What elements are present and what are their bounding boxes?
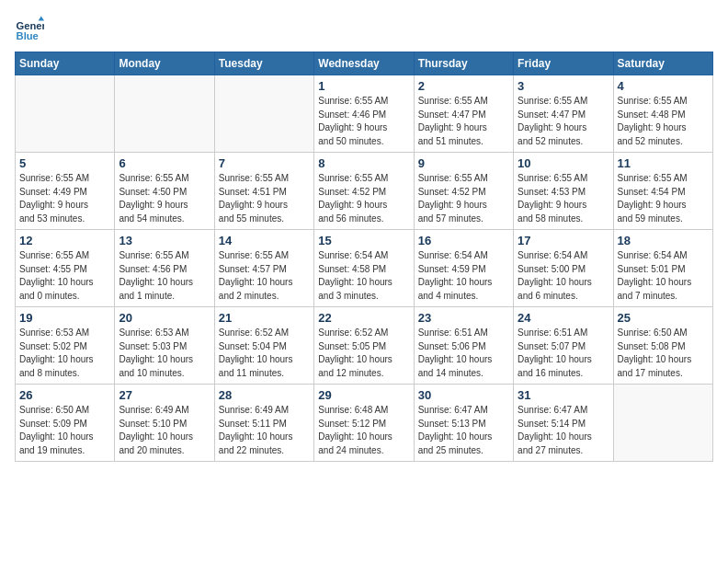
day-info: Sunrise: 6:55 AM Sunset: 4:55 PM Dayligh… [19,249,110,303]
calendar-day-cell [115,75,214,153]
calendar-day-cell: 7Sunrise: 6:55 AM Sunset: 4:51 PM Daylig… [214,153,313,230]
calendar-day-cell: 1Sunrise: 6:55 AM Sunset: 4:46 PM Daylig… [314,75,414,153]
calendar-day-cell: 5Sunrise: 6:55 AM Sunset: 4:49 PM Daylig… [16,153,115,230]
calendar-week-row: 1Sunrise: 6:55 AM Sunset: 4:46 PM Daylig… [16,75,713,153]
day-number: 24 [518,311,609,325]
calendar-day-cell: 6Sunrise: 6:55 AM Sunset: 4:50 PM Daylig… [115,153,214,230]
calendar-day-cell: 31Sunrise: 6:47 AM Sunset: 5:14 PM Dayli… [514,385,613,462]
calendar-week-row: 26Sunrise: 6:50 AM Sunset: 5:09 PM Dayli… [16,385,713,462]
day-number: 22 [318,311,409,325]
day-info: Sunrise: 6:55 AM Sunset: 4:46 PM Dayligh… [318,95,409,148]
calendar-day-cell: 19Sunrise: 6:53 AM Sunset: 5:02 PM Dayli… [16,307,115,385]
calendar-day-cell: 29Sunrise: 6:48 AM Sunset: 5:12 PM Dayli… [314,385,414,462]
day-number: 18 [618,234,709,247]
day-number: 2 [418,79,509,93]
day-info: Sunrise: 6:53 AM Sunset: 5:02 PM Dayligh… [19,327,110,380]
day-of-week-header: Monday [115,52,214,75]
calendar-day-cell [613,385,712,462]
calendar-day-cell: 25Sunrise: 6:50 AM Sunset: 5:08 PM Dayli… [613,307,712,385]
day-info: Sunrise: 6:55 AM Sunset: 4:48 PM Dayligh… [618,95,709,148]
day-number: 25 [618,311,709,325]
day-number: 4 [618,79,709,93]
calendar-day-cell: 2Sunrise: 6:55 AM Sunset: 4:47 PM Daylig… [414,75,513,153]
calendar-day-cell: 21Sunrise: 6:52 AM Sunset: 5:04 PM Dayli… [214,307,313,385]
calendar-day-cell: 13Sunrise: 6:55 AM Sunset: 4:56 PM Dayli… [115,230,214,307]
svg-text:Blue: Blue [17,30,39,41]
calendar-day-cell [214,75,313,153]
calendar-day-cell: 14Sunrise: 6:55 AM Sunset: 4:57 PM Dayli… [214,230,313,307]
day-number: 17 [518,234,609,247]
day-info: Sunrise: 6:55 AM Sunset: 4:52 PM Dayligh… [418,172,509,225]
day-number: 30 [418,388,509,402]
day-info: Sunrise: 6:47 AM Sunset: 5:13 PM Dayligh… [418,404,509,457]
day-number: 27 [119,388,210,402]
day-info: Sunrise: 6:55 AM Sunset: 4:57 PM Dayligh… [219,249,310,303]
calendar-day-cell: 10Sunrise: 6:55 AM Sunset: 4:53 PM Dayli… [514,153,613,230]
day-info: Sunrise: 6:52 AM Sunset: 5:04 PM Dayligh… [219,327,310,380]
calendar-day-cell: 12Sunrise: 6:55 AM Sunset: 4:55 PM Dayli… [16,230,115,307]
calendar-day-cell: 4Sunrise: 6:55 AM Sunset: 4:48 PM Daylig… [613,75,712,153]
day-number: 7 [219,156,310,170]
calendar-day-cell: 11Sunrise: 6:55 AM Sunset: 4:54 PM Dayli… [613,153,712,230]
day-info: Sunrise: 6:52 AM Sunset: 5:05 PM Dayligh… [318,327,409,380]
calendar-day-cell: 28Sunrise: 6:49 AM Sunset: 5:11 PM Dayli… [214,385,313,462]
day-info: Sunrise: 6:51 AM Sunset: 5:07 PM Dayligh… [518,327,609,380]
day-number: 26 [19,388,110,402]
calendar-week-row: 12Sunrise: 6:55 AM Sunset: 4:55 PM Dayli… [16,230,713,307]
svg-marker-2 [39,17,44,21]
day-number: 11 [618,156,709,170]
day-number: 29 [318,388,409,402]
calendar-week-row: 19Sunrise: 6:53 AM Sunset: 5:02 PM Dayli… [16,307,713,385]
calendar-day-cell: 9Sunrise: 6:55 AM Sunset: 4:52 PM Daylig… [414,153,513,230]
day-number: 31 [518,388,609,402]
day-number: 19 [19,311,110,325]
day-info: Sunrise: 6:55 AM Sunset: 4:54 PM Dayligh… [618,172,709,225]
day-number: 10 [518,156,609,170]
day-number: 16 [418,234,509,247]
day-info: Sunrise: 6:55 AM Sunset: 4:56 PM Dayligh… [119,249,210,303]
day-info: Sunrise: 6:55 AM Sunset: 4:47 PM Dayligh… [518,95,609,148]
day-number: 23 [418,311,509,325]
day-number: 5 [19,156,110,170]
day-number: 21 [219,311,310,325]
day-info: Sunrise: 6:53 AM Sunset: 5:03 PM Dayligh… [119,327,210,380]
day-number: 13 [119,234,210,247]
day-info: Sunrise: 6:55 AM Sunset: 4:47 PM Dayligh… [418,95,509,148]
day-info: Sunrise: 6:54 AM Sunset: 5:01 PM Dayligh… [618,249,709,303]
day-info: Sunrise: 6:50 AM Sunset: 5:08 PM Dayligh… [618,327,709,380]
calendar-day-cell: 24Sunrise: 6:51 AM Sunset: 5:07 PM Dayli… [514,307,613,385]
calendar-day-cell: 8Sunrise: 6:55 AM Sunset: 4:52 PM Daylig… [314,153,414,230]
calendar-day-cell: 18Sunrise: 6:54 AM Sunset: 5:01 PM Dayli… [613,230,712,307]
calendar-day-cell: 3Sunrise: 6:55 AM Sunset: 4:47 PM Daylig… [514,75,613,153]
day-of-week-header: Wednesday [314,52,414,75]
calendar-day-cell: 23Sunrise: 6:51 AM Sunset: 5:06 PM Dayli… [414,307,513,385]
calendar-day-cell: 15Sunrise: 6:54 AM Sunset: 4:58 PM Dayli… [314,230,414,307]
day-info: Sunrise: 6:55 AM Sunset: 4:50 PM Dayligh… [119,172,210,225]
day-number: 14 [219,234,310,247]
day-info: Sunrise: 6:54 AM Sunset: 4:59 PM Dayligh… [418,249,509,303]
calendar-day-cell: 26Sunrise: 6:50 AM Sunset: 5:09 PM Dayli… [16,385,115,462]
day-info: Sunrise: 6:48 AM Sunset: 5:12 PM Dayligh… [318,404,409,457]
day-info: Sunrise: 6:49 AM Sunset: 5:10 PM Dayligh… [119,404,210,457]
day-number: 6 [119,156,210,170]
day-number: 9 [418,156,509,170]
calendar-day-cell: 22Sunrise: 6:52 AM Sunset: 5:05 PM Dayli… [314,307,414,385]
day-info: Sunrise: 6:55 AM Sunset: 4:52 PM Dayligh… [318,172,409,225]
day-info: Sunrise: 6:55 AM Sunset: 4:51 PM Dayligh… [219,172,310,225]
calendar-week-row: 5Sunrise: 6:55 AM Sunset: 4:49 PM Daylig… [16,153,713,230]
day-number: 15 [318,234,409,247]
calendar-table: SundayMondayTuesdayWednesdayThursdayFrid… [15,52,713,462]
day-info: Sunrise: 6:55 AM Sunset: 4:53 PM Dayligh… [518,172,609,225]
calendar-header-row: SundayMondayTuesdayWednesdayThursdayFrid… [16,52,713,75]
calendar-day-cell: 20Sunrise: 6:53 AM Sunset: 5:03 PM Dayli… [115,307,214,385]
day-of-week-header: Thursday [414,52,513,75]
day-info: Sunrise: 6:47 AM Sunset: 5:14 PM Dayligh… [518,404,609,457]
day-of-week-header: Friday [514,52,613,75]
day-number: 12 [19,234,110,247]
day-number: 20 [119,311,210,325]
day-number: 3 [518,79,609,93]
page-header: General Blue [15,15,713,44]
day-info: Sunrise: 6:49 AM Sunset: 5:11 PM Dayligh… [219,404,310,457]
day-info: Sunrise: 6:54 AM Sunset: 4:58 PM Dayligh… [318,249,409,303]
logo: General Blue [15,15,48,44]
